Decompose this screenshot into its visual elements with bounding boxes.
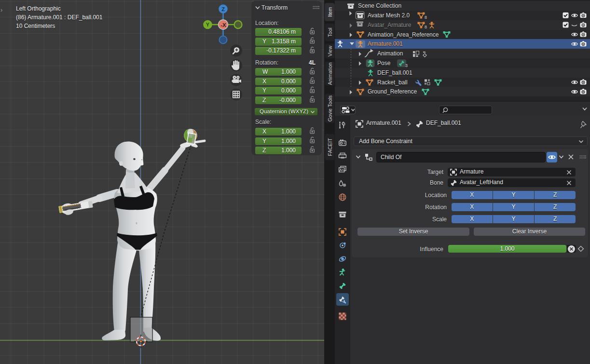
svg-text:Z: Z xyxy=(221,6,225,12)
svg-text:Y: Y xyxy=(206,22,210,27)
svg-text:-X: -X xyxy=(220,22,226,28)
svg-text:3: 3 xyxy=(405,63,408,68)
